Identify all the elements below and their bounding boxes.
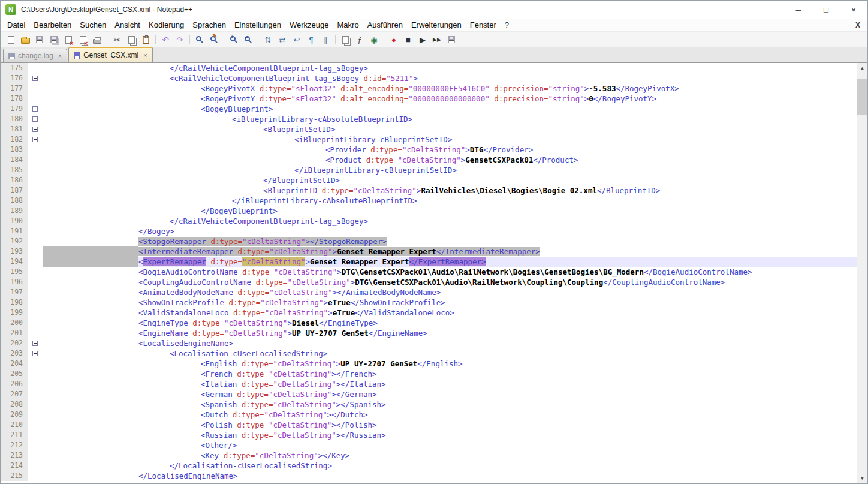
code-text[interactable]: <CouplingAudioControlName d:type="cDelta… — [43, 277, 867, 287]
zoom-out-button[interactable] — [242, 33, 255, 46]
line-number[interactable]: 206 — [1, 379, 28, 389]
tab-close-icon[interactable]: × — [143, 52, 147, 59]
code-text[interactable]: </BogeyBlueprint> — [43, 206, 867, 216]
line-number[interactable]: 189 — [1, 206, 28, 216]
code-text[interactable]: <Spanish d:type="cDeltaString"></Spanish… — [43, 399, 867, 410]
code-text[interactable]: <BogeyPivotX d:type="sFloat32" d:alt_enc… — [43, 83, 867, 94]
code-text[interactable]: <iBlueprintLibrary-cBlueprintSetID> — [43, 134, 867, 145]
line-number[interactable]: 207 — [1, 389, 28, 399]
vertical-scrollbar[interactable]: ▲ ▼ — [857, 63, 867, 483]
code-text[interactable]: <ValidStandaloneLoco d:type="cDeltaStrin… — [43, 308, 867, 318]
save-macro-button[interactable] — [445, 33, 458, 46]
menu-item-plugins[interactable]: Erweiterungen — [407, 20, 466, 30]
code-text[interactable]: <StopgoRemapper d:type="cDeltaString"></… — [43, 236, 867, 246]
line-number[interactable]: 200 — [1, 318, 28, 328]
stop-macro-button[interactable]: ■ — [402, 33, 415, 46]
line-number[interactable]: 176 — [1, 73, 28, 83]
redo-button[interactable]: ↷ — [173, 33, 186, 46]
fold-collapse-icon[interactable] — [32, 76, 38, 81]
line-number[interactable]: 177 — [1, 83, 28, 94]
line-number[interactable]: 197 — [1, 287, 28, 297]
code-text[interactable]: <Product d:type="cDeltaString">GensetCSX… — [43, 155, 867, 165]
line-number[interactable]: 204 — [1, 359, 28, 369]
code-text[interactable]: <Other/> — [43, 440, 867, 450]
line-number[interactable]: 183 — [1, 145, 28, 155]
scroll-down-arrow-icon[interactable]: ▼ — [857, 473, 867, 483]
code-text[interactable]: <French d:type="cDeltaString"></French> — [43, 369, 867, 379]
line-number[interactable]: 213 — [1, 450, 28, 461]
code-text[interactable]: </BlueprintSetID> — [43, 175, 867, 185]
show-all-characters-button[interactable]: ¶ — [305, 33, 318, 46]
line-number[interactable]: 191 — [1, 226, 28, 236]
undo-button[interactable]: ↶ — [159, 33, 172, 46]
code-text[interactable]: <cRailVehicleComponentBlueprint-tag_sBog… — [43, 73, 867, 83]
play-macro-button[interactable]: ▶ — [416, 33, 429, 46]
menubar-close-icon[interactable]: X — [855, 21, 860, 29]
code-text[interactable]: <Italian d:type="cDeltaString"></Italian… — [43, 379, 867, 389]
code-text[interactable]: <iBlueprintLibrary-cAbsoluteBlueprintID> — [43, 114, 867, 124]
line-number[interactable]: 205 — [1, 369, 28, 379]
line-number[interactable]: 178 — [1, 94, 28, 104]
menu-item-file[interactable]: Datei — [3, 20, 29, 30]
minimize-button[interactable]: ─ — [785, 1, 812, 19]
line-number[interactable]: 182 — [1, 134, 28, 145]
menu-item-search[interactable]: Suchen — [76, 20, 110, 30]
save-all-button[interactable] — [47, 33, 61, 46]
menu-item-edit[interactable]: Bearbeiten — [29, 20, 76, 30]
menu-item-language[interactable]: Sprachen — [188, 20, 230, 30]
line-number[interactable]: 181 — [1, 124, 28, 134]
code-text[interactable]: <ShowOnTrackProfile d:type="cDeltaString… — [43, 297, 867, 308]
close-file-button[interactable] — [62, 33, 75, 46]
line-number[interactable]: 180 — [1, 114, 28, 124]
line-number[interactable]: 195 — [1, 267, 28, 277]
code-text[interactable]: <LocalisedEngineName> — [43, 338, 867, 348]
word-wrap-button[interactable]: ↩ — [290, 33, 303, 46]
code-text[interactable]: <Provider d:type="cDeltaString">DTG</Pro… — [43, 145, 867, 155]
line-number[interactable]: 203 — [1, 348, 28, 359]
code-text[interactable]: <EngineName d:type="cDeltaString">UP UY-… — [43, 328, 867, 338]
function-list-button[interactable]: ƒ — [353, 33, 366, 46]
save-file-button[interactable] — [33, 33, 46, 46]
line-number[interactable]: 186 — [1, 175, 28, 185]
close-button[interactable]: × — [840, 1, 867, 19]
menu-item-settings[interactable]: Einstellungen — [230, 20, 285, 30]
code-text[interactable]: <BogeyBlueprint> — [43, 104, 867, 114]
cut-button[interactable]: ✂ — [110, 33, 123, 46]
code-text[interactable]: </cRailVehicleComponentBlueprint-tag_sBo… — [43, 216, 867, 226]
code-text[interactable]: <IntermediateRemapper d:type="cDeltaStri… — [43, 246, 867, 257]
line-number[interactable]: 201 — [1, 328, 28, 338]
line-number[interactable]: 210 — [1, 420, 28, 430]
line-number[interactable]: 211 — [1, 430, 28, 440]
line-number[interactable]: 214 — [1, 461, 28, 471]
code-text[interactable]: <Dutch d:type="cDeltaString"></Dutch> — [43, 410, 867, 420]
tab-close-icon[interactable]: × — [58, 53, 62, 59]
close-all-button[interactable] — [76, 33, 89, 46]
code-text[interactable]: <Polish d:type="cDeltaString"></Polish> — [43, 420, 867, 430]
line-number[interactable]: 208 — [1, 399, 28, 410]
line-number[interactable]: 188 — [1, 196, 28, 206]
sync-horizontal-scrolling-button[interactable]: ⇄ — [276, 33, 289, 46]
line-number[interactable]: 202 — [1, 338, 28, 348]
code-text[interactable]: </iBlueprintLibrary-cBlueprintSetID> — [43, 165, 867, 175]
code-text[interactable]: <EngineType d:type="cDeltaString">Diesel… — [43, 318, 867, 328]
open-file-button[interactable] — [19, 33, 32, 46]
fold-collapse-icon[interactable] — [32, 127, 38, 132]
scroll-up-arrow-icon[interactable]: ▲ — [857, 63, 867, 73]
fold-collapse-icon[interactable] — [32, 137, 38, 142]
code-text[interactable]: </LocalisedEngineName> — [43, 471, 867, 481]
line-number[interactable]: 198 — [1, 297, 28, 308]
paste-button[interactable] — [139, 33, 152, 46]
line-number[interactable]: 190 — [1, 216, 28, 226]
document-map-button[interactable] — [339, 33, 352, 46]
code-text[interactable]: </Localisation-cUserLocalisedString> — [43, 461, 867, 471]
menu-item-window[interactable]: Fenster — [466, 20, 501, 30]
line-number[interactable]: 193 — [1, 246, 28, 257]
record-macro-button[interactable]: ● — [387, 33, 400, 46]
code-text[interactable]: <BlueprintID d:type="cDeltaString">RailV… — [43, 185, 867, 196]
find-button[interactable] — [193, 33, 206, 46]
fold-collapse-icon[interactable] — [32, 341, 38, 346]
line-number[interactable]: 175 — [1, 63, 28, 73]
maximize-button[interactable]: □ — [812, 1, 840, 19]
fold-collapse-icon[interactable] — [32, 106, 38, 112]
line-number[interactable]: 194 — [1, 257, 28, 267]
